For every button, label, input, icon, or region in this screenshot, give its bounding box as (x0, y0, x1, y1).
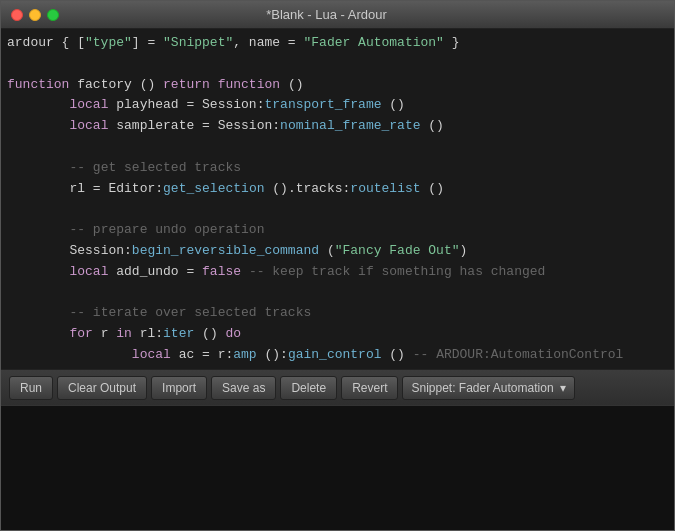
code-editor[interactable]: ardour { ["type"] = "Snippet", name = "F… (1, 29, 674, 369)
revert-button[interactable]: Revert (341, 376, 398, 400)
window-title: *Blank - Lua - Ardour (0, 7, 664, 22)
output-area (1, 405, 674, 530)
code-line: -- iterate over selected tracks (7, 303, 668, 324)
code-line: local add_undo = false -- keep track if … (7, 262, 668, 283)
code-line: -- prepare undo operation (7, 220, 668, 241)
titlebar: *Blank - Lua - Ardour (1, 1, 674, 29)
toolbar: Run Clear Output Import Save as Delete R… (1, 369, 674, 405)
snippet-dropdown[interactable]: Snippet: Fader Automation ▾ (402, 376, 574, 400)
code-line: local playhead = Session:transport_frame… (7, 95, 668, 116)
save-as-button[interactable]: Save as (211, 376, 276, 400)
code-line (7, 199, 668, 220)
main-window: *Blank - Lua - Ardour ardour { ["type"] … (0, 0, 675, 531)
snippet-label: Snippet: Fader Automation (411, 381, 553, 395)
code-line: Session:begin_reversible_command ("Fancy… (7, 241, 668, 262)
code-line: ardour { ["type"] = "Snippet", name = "F… (7, 33, 668, 54)
code-line (7, 137, 668, 158)
chevron-down-icon: ▾ (560, 381, 566, 395)
code-line: for r in rl:iter () do (7, 324, 668, 345)
code-line (7, 283, 668, 304)
import-button[interactable]: Import (151, 376, 207, 400)
code-line: function factory () return function () (7, 75, 668, 96)
code-line: local samplerate = Session:nominal_frame… (7, 116, 668, 137)
code-line: -- get selected tracks (7, 158, 668, 179)
code-line: local ac = r:amp ():gain_control () -- A… (7, 345, 668, 366)
run-button[interactable]: Run (9, 376, 53, 400)
code-line: rl = Editor:get_selection ().tracks:rout… (7, 179, 668, 200)
clear-output-button[interactable]: Clear Output (57, 376, 147, 400)
delete-button[interactable]: Delete (280, 376, 337, 400)
code-line (7, 54, 668, 75)
